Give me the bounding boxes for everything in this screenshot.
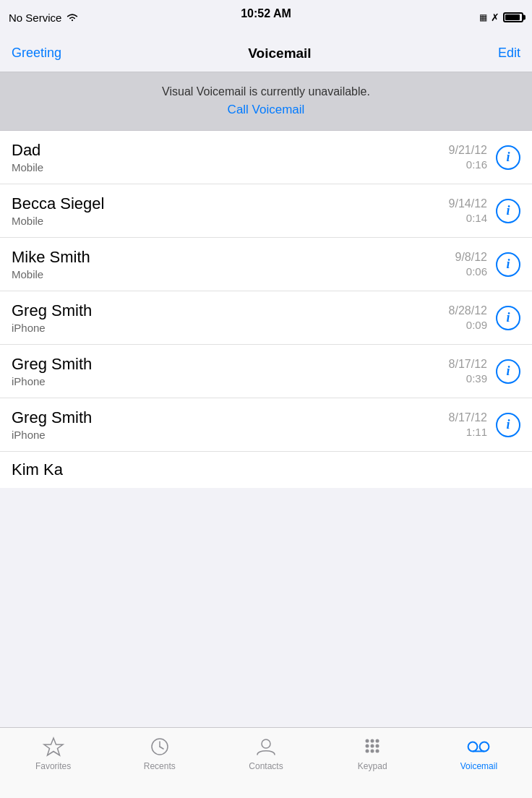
bluetooth-icon: ✗: [491, 12, 499, 23]
voicemail-meta-3: 8/28/12 0:09: [429, 304, 487, 331]
svg-point-4: [262, 739, 270, 748]
status-time: 10:52 AM: [241, 7, 291, 20]
main-content: Visual Voicemail is currently unavailabl…: [0, 72, 532, 727]
voicemail-date-3: 8/28/12: [449, 304, 487, 317]
keypad-icon: [361, 735, 384, 758]
voicemail-type-5: iPhone: [12, 429, 429, 441]
status-right: ▦ ✗: [479, 12, 523, 23]
voicemail-info-4: Greg Smith iPhone: [12, 355, 429, 387]
tab-keypad-label: Keypad: [358, 761, 387, 771]
sim-icon: ▦: [479, 12, 487, 22]
greeting-button[interactable]: Greeting: [12, 46, 61, 61]
info-button-1[interactable]: i: [496, 199, 520, 223]
voicemail-item-1[interactable]: Becca Siegel Mobile 9/14/12 0:14 i: [0, 184, 532, 238]
recents-icon: [148, 735, 171, 758]
tab-favorites[interactable]: Favorites: [0, 734, 106, 771]
svg-marker-0: [44, 738, 63, 755]
voicemail-type-0: Mobile: [12, 161, 429, 173]
voicemail-duration-5: 1:11: [466, 426, 487, 438]
voicemail-duration-0: 0:16: [466, 158, 487, 171]
voicemail-name-3: Greg Smith: [12, 301, 429, 320]
svg-point-15: [480, 742, 489, 752]
tab-contacts-label: Contacts: [249, 761, 283, 771]
voicemail-type-2: Mobile: [12, 268, 429, 280]
nav-bar: Greeting Voicemail Edit: [0, 35, 532, 72]
voicemail-type-3: iPhone: [12, 322, 429, 334]
voicemail-duration-2: 0:06: [466, 265, 487, 278]
voicemail-item-2[interactable]: Mike Smith Mobile 9/8/12 0:06 i: [0, 238, 532, 291]
info-button-4[interactable]: i: [496, 359, 520, 384]
svg-point-5: [366, 739, 369, 743]
voicemail-name-partial: Kim Ka: [12, 460, 63, 479]
voicemail-duration-1: 0:14: [466, 212, 487, 224]
voicemail-name-4: Greg Smith: [12, 355, 429, 374]
info-button-2[interactable]: i: [496, 252, 520, 277]
voicemail-icon: [467, 735, 490, 758]
voicemail-info-3: Greg Smith iPhone: [12, 301, 429, 334]
svg-line-3: [160, 747, 163, 749]
voicemail-info-2: Mike Smith Mobile: [12, 248, 429, 280]
voicemail-item-3[interactable]: Greg Smith iPhone 8/28/12 0:09 i: [0, 291, 532, 345]
tab-contacts[interactable]: Contacts: [213, 734, 319, 771]
svg-point-6: [371, 739, 374, 743]
voicemail-date-4: 8/17/12: [449, 358, 487, 371]
voicemail-date-2: 9/8/12: [455, 251, 487, 264]
call-voicemail-link[interactable]: Call Voicemail: [17, 103, 515, 117]
svg-point-11: [366, 750, 369, 753]
info-button-5[interactable]: i: [496, 413, 520, 437]
banner-message: Visual Voicemail is currently unavailabl…: [17, 85, 515, 98]
voicemail-info-5: Greg Smith iPhone: [12, 408, 429, 441]
info-button-0[interactable]: i: [496, 145, 520, 170]
voicemail-meta-0: 9/21/12 0:16: [429, 144, 487, 171]
voicemail-name-1: Becca Siegel: [12, 194, 429, 213]
tab-voicemail-label: Voicemail: [460, 761, 497, 771]
voicemail-duration-4: 0:39: [466, 372, 487, 385]
svg-point-9: [371, 745, 374, 748]
svg-point-12: [371, 750, 374, 753]
status-bar: No Service 10:52 AM ▦ ✗: [0, 0, 532, 35]
svg-point-13: [376, 750, 379, 753]
tab-recents[interactable]: Recents: [106, 734, 213, 771]
battery-icon: [503, 12, 523, 22]
page-title: Voicemail: [248, 46, 311, 61]
favorites-icon: [42, 735, 65, 758]
voicemail-name-2: Mike Smith: [12, 248, 429, 267]
voicemail-name-0: Dad: [12, 141, 429, 160]
voicemail-item-5[interactable]: Greg Smith iPhone 8/17/12 1:11 i: [0, 398, 532, 452]
svg-point-14: [468, 742, 478, 752]
info-button-3[interactable]: i: [496, 306, 520, 330]
voicemail-meta-2: 9/8/12 0:06: [429, 251, 487, 278]
voicemail-info-1: Becca Siegel Mobile: [12, 194, 429, 227]
battery-fill: [505, 14, 520, 20]
voicemail-info-0: Dad Mobile: [12, 141, 429, 173]
svg-point-7: [376, 739, 379, 743]
carrier-text: No Service: [9, 12, 61, 24]
voicemail-name-5: Greg Smith: [12, 408, 429, 427]
voicemail-type-4: iPhone: [12, 375, 429, 387]
tab-recents-label: Recents: [144, 761, 176, 771]
voicemail-type-1: Mobile: [12, 215, 429, 227]
unavailable-banner: Visual Voicemail is currently unavailabl…: [0, 72, 532, 131]
voicemail-meta-5: 8/17/12 1:11: [429, 411, 487, 438]
edit-button[interactable]: Edit: [498, 46, 520, 61]
voicemail-item-4[interactable]: Greg Smith iPhone 8/17/12 0:39 i: [0, 345, 532, 398]
tab-favorites-label: Favorites: [35, 761, 71, 771]
svg-point-10: [376, 745, 379, 748]
voicemail-date-1: 9/14/12: [449, 197, 487, 210]
contacts-icon: [254, 735, 278, 758]
voicemail-meta-4: 8/17/12 0:39: [429, 358, 487, 385]
voicemail-date-0: 9/21/12: [449, 144, 487, 157]
voicemail-list: Dad Mobile 9/21/12 0:16 i Becca Siegel M…: [0, 131, 532, 488]
voicemail-date-5: 8/17/12: [449, 411, 487, 424]
voicemail-duration-3: 0:09: [466, 319, 487, 331]
wifi-icon: [66, 12, 79, 22]
voicemail-item-0[interactable]: Dad Mobile 9/21/12 0:16 i: [0, 131, 532, 184]
tab-bar: Favorites Recents Contacts: [0, 727, 532, 798]
svg-point-8: [366, 745, 369, 748]
tab-keypad[interactable]: Keypad: [319, 734, 426, 771]
voicemail-item-partial: Kim Ka: [0, 452, 532, 488]
voicemail-meta-1: 9/14/12 0:14: [429, 197, 487, 224]
tab-voicemail[interactable]: Voicemail: [426, 734, 532, 771]
